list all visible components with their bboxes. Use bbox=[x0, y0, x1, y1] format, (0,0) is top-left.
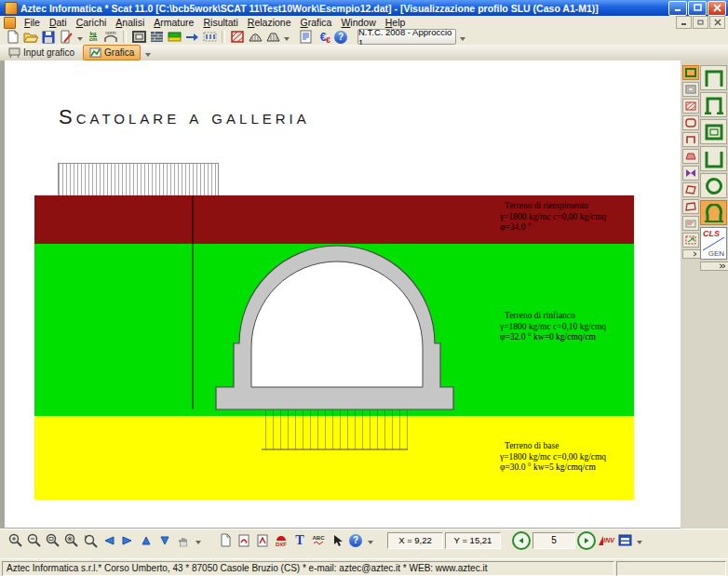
export-bmp-icon[interactable] bbox=[236, 532, 252, 549]
zoom-window-icon[interactable] bbox=[45, 532, 61, 549]
print-preview-icon[interactable] bbox=[58, 30, 74, 45]
toolbar-overflow-chevron[interactable] bbox=[76, 33, 83, 41]
menu-file[interactable]: File bbox=[20, 17, 45, 28]
new-file-icon[interactable] bbox=[5, 30, 21, 45]
units-icon[interactable]: kgcm bbox=[85, 30, 101, 45]
status-info: Aztec Informatica s.r.l.* Corso Umberto,… bbox=[2, 561, 614, 576]
variant-portal-icon[interactable] bbox=[682, 132, 699, 147]
font-tool-icon[interactable]: ABC bbox=[310, 532, 327, 549]
diagram-icon[interactable] bbox=[247, 30, 263, 45]
shape-open-portal-icon[interactable] bbox=[700, 65, 727, 90]
soil-profile-icon[interactable] bbox=[166, 30, 182, 45]
variant-annotated-icon[interactable] bbox=[682, 216, 699, 231]
export-group-chevron[interactable] bbox=[367, 536, 373, 544]
close-button[interactable] bbox=[708, 1, 726, 16]
normative-combobox[interactable]: N.T.C. 2008 - Approccio 1 bbox=[357, 29, 456, 45]
variant-bowtie-icon[interactable] bbox=[682, 166, 699, 181]
zoom-previous-icon[interactable] bbox=[82, 532, 99, 549]
window-title: Aztec Informatica * Scat 11.0 [C:\bcb5wo… bbox=[20, 3, 667, 14]
pan-hand-icon[interactable] bbox=[175, 532, 192, 549]
tile-windows-icon[interactable] bbox=[616, 532, 633, 549]
shape-closed-box-icon[interactable] bbox=[700, 119, 727, 144]
section-shape-column: CLS GEN bbox=[700, 65, 727, 271]
soil-label-rinfianco: Terreno di rinfianco γ=1800 kg/mc c=0,10… bbox=[500, 311, 658, 343]
cls-gen-toggle[interactable]: CLS GEN bbox=[700, 227, 727, 260]
graphics-toolbar: DXF T ABC ? X = 9,22 Y = 15,21 5 INV bbox=[0, 529, 728, 551]
mdi-close-button[interactable] bbox=[709, 16, 725, 29]
menu-carichi[interactable]: Carichi bbox=[72, 17, 112, 28]
maximize-button[interactable] bbox=[688, 1, 707, 16]
materials-icon[interactable] bbox=[148, 30, 165, 45]
section-type-panel: CLS GEN bbox=[681, 60, 728, 529]
tabbar-overflow-chevron[interactable] bbox=[144, 48, 151, 57]
soil-label-riempimento: Terreno di riempimento γ=1800 kg/mc c=0,… bbox=[500, 201, 658, 234]
variant-column-more[interactable] bbox=[682, 249, 701, 259]
menu-risultati[interactable]: Risultati bbox=[198, 17, 242, 28]
drawing-canvas[interactable]: Scatolare a galleria Terreno di riempime… bbox=[5, 60, 681, 528]
variant-dashed-box-icon[interactable] bbox=[682, 233, 699, 248]
envelope-icon[interactable] bbox=[264, 30, 281, 45]
shape-portal-footings-icon[interactable] bbox=[700, 92, 727, 117]
computo-euro-icon[interactable]: € € bbox=[315, 30, 331, 45]
shape-u-channel-icon[interactable] bbox=[700, 146, 727, 171]
menu-analisi[interactable]: Analisi bbox=[111, 17, 149, 28]
previous-phase-button[interactable] bbox=[512, 531, 531, 550]
load-map-icon[interactable] bbox=[201, 30, 218, 45]
phase-number-field[interactable]: 5 bbox=[533, 532, 575, 549]
zoom-group-chevron[interactable] bbox=[195, 536, 201, 544]
next-phase-button[interactable] bbox=[577, 531, 596, 550]
x-coordinate-display: X = 9,22 bbox=[387, 532, 443, 549]
toolbar-overflow-chevron-2[interactable] bbox=[283, 33, 290, 41]
loads-icon[interactable] bbox=[183, 30, 200, 45]
zoom-extents-icon[interactable] bbox=[63, 532, 80, 549]
report-icon[interactable] bbox=[297, 30, 314, 45]
variant-double-box-icon[interactable] bbox=[682, 82, 699, 97]
variant-rounded-box-icon[interactable] bbox=[682, 115, 699, 130]
shape-circular-icon[interactable] bbox=[700, 173, 727, 198]
shape-arch-gallery-icon[interactable] bbox=[700, 200, 727, 225]
minimize-button[interactable] bbox=[668, 1, 687, 16]
menu-dati[interactable]: Dati bbox=[45, 17, 72, 28]
export-dxf-icon[interactable]: DXF bbox=[273, 532, 290, 549]
select-pointer-icon[interactable] bbox=[329, 532, 345, 549]
variant-skewed-quad-icon[interactable] bbox=[682, 182, 699, 197]
variant-quad-icon[interactable] bbox=[682, 199, 699, 214]
application-window: Aztec Informatica * Scat 11.0 [C:\bcb5wo… bbox=[0, 0, 728, 576]
pan-down-icon[interactable] bbox=[156, 532, 173, 549]
workspace: Scatolare a galleria Terreno di riempime… bbox=[0, 60, 728, 529]
menu-relazione[interactable]: Relazione bbox=[243, 17, 296, 28]
menu-grafica[interactable]: Grafica bbox=[296, 17, 337, 28]
variant-box-selected-icon[interactable] bbox=[682, 65, 699, 80]
help-icon[interactable]: ? bbox=[332, 30, 349, 45]
surcharge-load-block bbox=[58, 163, 219, 197]
zoom-out-icon[interactable] bbox=[26, 532, 43, 549]
open-file-icon[interactable] bbox=[22, 30, 39, 45]
document-icon bbox=[4, 17, 16, 29]
normative-icon[interactable]: norm bbox=[102, 30, 119, 45]
chart-icon bbox=[89, 47, 101, 58]
combobox-dropdown-icon[interactable] bbox=[457, 30, 468, 44]
variant-hatched-box-icon[interactable] bbox=[682, 99, 699, 114]
save-icon[interactable] bbox=[40, 30, 57, 45]
pan-left-icon[interactable] bbox=[101, 532, 117, 549]
tab-grafica[interactable]: Grafica bbox=[83, 45, 141, 60]
nav-group-chevron[interactable] bbox=[636, 536, 642, 544]
variant-trapezoid-icon[interactable] bbox=[682, 149, 699, 164]
tab-input-grafico[interactable]: Input grafico bbox=[3, 46, 80, 60]
text-tool-icon[interactable]: T bbox=[291, 532, 308, 549]
zoom-in-icon[interactable] bbox=[7, 532, 24, 549]
page-copy-icon[interactable] bbox=[217, 532, 234, 549]
shape-column-more[interactable] bbox=[700, 261, 728, 271]
rebar-icon[interactable] bbox=[229, 30, 246, 45]
invert-view-icon[interactable]: INV bbox=[598, 532, 614, 549]
mdi-minimize-button[interactable] bbox=[676, 16, 692, 29]
export-wmf-icon[interactable] bbox=[254, 532, 271, 549]
graphics-help-icon[interactable]: ? bbox=[347, 532, 364, 549]
pan-up-icon[interactable] bbox=[138, 532, 155, 549]
y-coordinate-display: Y = 15,21 bbox=[445, 532, 501, 549]
pan-right-icon[interactable] bbox=[119, 532, 136, 549]
geometry-icon[interactable] bbox=[130, 30, 147, 45]
menu-armature[interactable]: Armature bbox=[149, 17, 198, 28]
drafting-table-icon bbox=[8, 47, 20, 58]
mdi-restore-button[interactable] bbox=[693, 16, 708, 29]
